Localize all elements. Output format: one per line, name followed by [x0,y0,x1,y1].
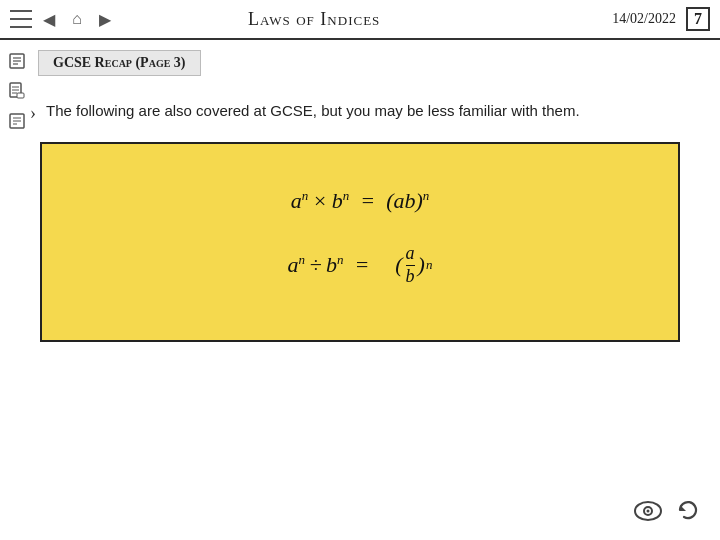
intro-text: The following are also covered at GCSE, … [46,102,580,119]
sidebar-icon-2[interactable] [6,80,28,102]
bullet-arrow: › [30,103,36,124]
sidebar-icon-3[interactable] [6,110,28,132]
bottom-icons [634,498,700,528]
svg-rect-8 [17,93,24,98]
svg-point-15 [647,509,650,512]
date-display: 14/02/2022 [612,11,676,27]
main-content: › The following are also covered at GCSE… [30,90,710,490]
formula-2-text: an ÷ bn = ( a b ) n [288,244,433,287]
formula-1-text: an × bn = (ab)n [291,188,430,214]
intro-row: › The following are also covered at GCSE… [30,102,710,124]
undo-icon[interactable] [676,498,700,528]
sidebar-icon-1[interactable] [6,50,28,72]
header-right: 14/02/2022 7 [612,7,710,31]
page-title: Laws of Indices [16,9,612,30]
formula-1: an × bn = (ab)n [291,188,430,214]
sidebar [6,50,28,132]
formula-box: an × bn = (ab)n an ÷ bn = ( a b ) [40,142,680,342]
page-number: 7 [686,7,710,31]
header: ◀ ⌂ ▶ Laws of Indices 14/02/2022 7 [0,0,720,40]
view-icon[interactable] [634,500,662,527]
section-label: GCSE Recap (Page 3) [38,50,201,76]
formula-2: an ÷ bn = ( a b ) n [288,244,433,287]
